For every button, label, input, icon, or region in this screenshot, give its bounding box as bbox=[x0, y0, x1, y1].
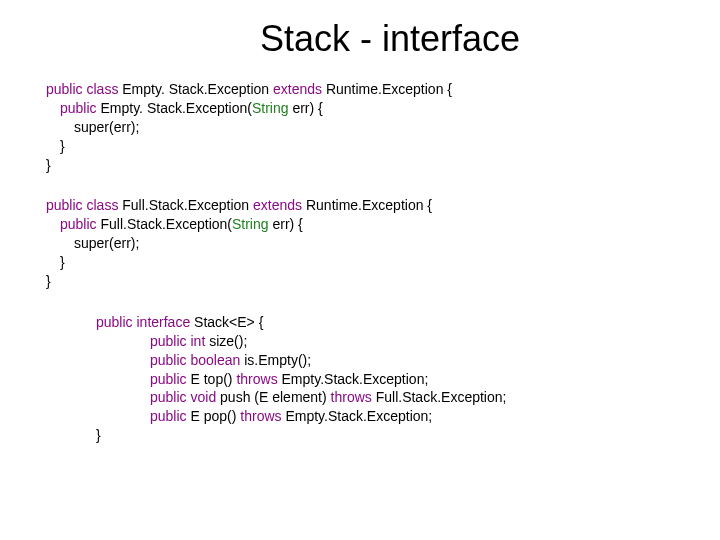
slide: Stack - interface public class Empty. St… bbox=[0, 0, 720, 540]
keyword-throws: throws bbox=[236, 371, 277, 387]
code-line: public int size(); bbox=[150, 332, 720, 351]
keyword-public: public bbox=[150, 352, 187, 368]
code-line: public E top() throws Empty.Stack.Except… bbox=[150, 370, 720, 389]
keyword-int: int bbox=[190, 333, 205, 349]
keyword-public: public bbox=[150, 333, 187, 349]
code-line: } bbox=[60, 253, 720, 272]
code-block-empty-exception: public class Empty. Stack.Exception exte… bbox=[46, 80, 720, 174]
code-line: super(err); bbox=[74, 234, 720, 253]
keyword-public: public bbox=[150, 408, 187, 424]
param: err) { bbox=[292, 100, 322, 116]
code-line: super(err); bbox=[74, 118, 720, 137]
super-call: super(err); bbox=[74, 119, 139, 135]
slide-title: Stack - interface bbox=[60, 0, 720, 74]
code-line: } bbox=[96, 426, 720, 445]
type-name: Runtime.Exception { bbox=[306, 197, 432, 213]
code-line: public interface Stack<E> { bbox=[96, 313, 720, 332]
keyword-class: class bbox=[86, 81, 118, 97]
keyword-public: public bbox=[150, 371, 187, 387]
type-name: Empty.Stack.Exception; bbox=[285, 408, 432, 424]
keyword-public: public bbox=[46, 81, 83, 97]
code-block-stack-interface: public interface Stack<E> { public int s… bbox=[96, 313, 720, 445]
keyword-public: public bbox=[150, 389, 187, 405]
type-name: Full.Stack.Exception; bbox=[376, 389, 507, 405]
type-string: String bbox=[252, 100, 292, 116]
keyword-public: public bbox=[46, 197, 83, 213]
method: E pop() bbox=[190, 408, 236, 424]
keyword-throws: throws bbox=[240, 408, 281, 424]
type-name: Full.Stack.Exception bbox=[122, 197, 249, 213]
param: err) { bbox=[272, 216, 302, 232]
code-line: } bbox=[46, 272, 720, 291]
keyword-class: class bbox=[86, 197, 118, 213]
keyword-boolean: boolean bbox=[190, 352, 240, 368]
code-line: public Full.Stack.Exception(String err) … bbox=[60, 215, 720, 234]
keyword-public: public bbox=[96, 314, 133, 330]
code-line: public class Empty. Stack.Exception exte… bbox=[46, 80, 720, 99]
code-line: } bbox=[46, 156, 720, 175]
code-line: public E pop() throws Empty.Stack.Except… bbox=[150, 407, 720, 426]
keyword-extends: extends bbox=[253, 197, 302, 213]
ctor-name: Full.Stack.Exception( bbox=[100, 216, 232, 232]
method: is.Empty(); bbox=[244, 352, 311, 368]
type-name: Empty.Stack.Exception; bbox=[282, 371, 429, 387]
type-name: Stack<E> { bbox=[194, 314, 263, 330]
code-block-full-exception: public class Full.Stack.Exception extend… bbox=[46, 196, 720, 290]
type-name: Runtime.Exception { bbox=[326, 81, 452, 97]
method: size(); bbox=[209, 333, 247, 349]
code-line: public boolean is.Empty(); bbox=[150, 351, 720, 370]
super-call: super(err); bbox=[74, 235, 139, 251]
keyword-throws: throws bbox=[331, 389, 372, 405]
method: E top() bbox=[190, 371, 232, 387]
type-name: Empty. Stack.Exception bbox=[122, 81, 269, 97]
keyword-public: public bbox=[60, 100, 97, 116]
method: push (E element) bbox=[220, 389, 327, 405]
keyword-interface: interface bbox=[136, 314, 190, 330]
code-line: public class Full.Stack.Exception extend… bbox=[46, 196, 720, 215]
type-string: String bbox=[232, 216, 272, 232]
keyword-public: public bbox=[60, 216, 97, 232]
keyword-extends: extends bbox=[273, 81, 322, 97]
code-line: public Empty. Stack.Exception(String err… bbox=[60, 99, 720, 118]
keyword-void: void bbox=[190, 389, 216, 405]
code-line: } bbox=[60, 137, 720, 156]
code-line: public void push (E element) throws Full… bbox=[150, 388, 720, 407]
ctor-name: Empty. Stack.Exception( bbox=[100, 100, 251, 116]
